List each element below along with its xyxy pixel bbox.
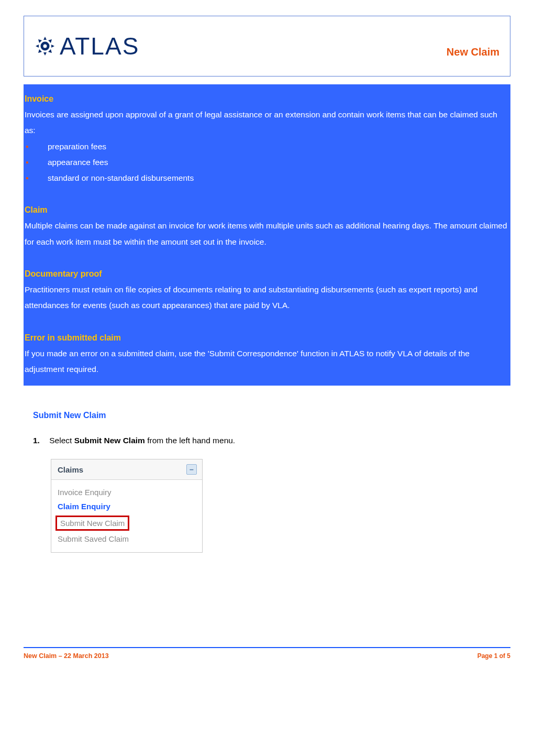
invoice-heading: Invoice (25, 91, 509, 107)
footer-page-number: Page 1 of 5 (477, 652, 510, 660)
menu-header[interactable]: Claims – (51, 459, 202, 480)
list-item: preparation fees (25, 139, 509, 155)
claim-text: Multiple claims can be made against an i… (25, 218, 509, 249)
document-header: ATLAS New Claim (24, 16, 510, 76)
gear-icon (35, 36, 55, 57)
list-item: appearance fees (25, 155, 509, 170)
error-heading: Error in submitted claim (25, 330, 509, 346)
menu-item-invoice-enquiry[interactable]: Invoice Enquiry (58, 485, 196, 499)
documentary-proof-heading: Documentary proof (25, 266, 509, 282)
step-number: 1. (33, 436, 40, 445)
list-item: standard or non-standard disbursements (25, 170, 509, 186)
step-text-suffix: from the left hand menu. (145, 436, 235, 445)
page-footer: New Claim – 22 March 2013 Page 1 of 5 (24, 647, 510, 660)
collapse-icon[interactable]: – (186, 464, 197, 475)
claim-heading: Claim (25, 202, 509, 218)
menu-body: Invoice Enquiry Claim Enquiry Submit New… (51, 480, 202, 552)
documentary-proof-text: Practitioners must retain on file copies… (25, 282, 509, 313)
invoice-list: preparation fees appearance fees standar… (25, 139, 509, 187)
logo-text: ATLAS (60, 32, 139, 60)
error-text: If you made an error on a submitted clai… (25, 346, 509, 377)
claims-menu-screenshot: Claims – Invoice Enquiry Claim Enquiry S… (51, 459, 203, 553)
page-title: New Claim (447, 46, 499, 60)
section-title: Submit New Claim (33, 411, 510, 420)
menu-item-submit-saved-claim[interactable]: Submit Saved Claim (58, 532, 196, 546)
logo: ATLAS (35, 32, 139, 60)
menu-item-claim-enquiry[interactable]: Claim Enquiry (58, 499, 196, 513)
footer-doc-info: New Claim – 22 March 2013 (24, 652, 109, 660)
menu-header-label: Claims (58, 465, 83, 474)
step-1: 1. Select Submit New Claim from the left… (33, 436, 510, 553)
info-panel: Invoice Invoices are assigned upon appro… (24, 84, 510, 386)
invoice-intro: Invoices are assigned upon approval of a… (25, 107, 509, 138)
menu-item-submit-new-claim[interactable]: Submit New Claim (55, 516, 129, 531)
svg-point-0 (42, 43, 48, 49)
step-text-prefix: Select (49, 436, 74, 445)
step-text-bold: Submit New Claim (74, 436, 145, 445)
